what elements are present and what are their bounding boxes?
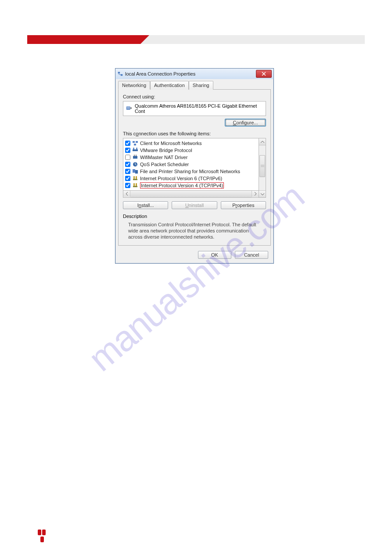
title-text: local Area Connection Properties — [125, 71, 256, 76]
svg-rect-19 — [133, 176, 135, 179]
clients-icon — [132, 140, 138, 146]
svg-rect-14 — [136, 155, 137, 156]
protocol-icon — [132, 182, 138, 189]
svg-rect-18 — [133, 179, 137, 180]
list-item: Internet Protocol Version 6 (TCP/IPv6) — [123, 175, 259, 182]
scroll-thumb[interactable] — [259, 155, 265, 177]
svg-rect-20 — [136, 176, 137, 179]
scroll-right-button[interactable] — [252, 191, 259, 197]
svg-rect-4 — [127, 107, 130, 108]
list-item-selected: Internet Protocol Version 4 (TCP/IPv4) — [123, 182, 259, 189]
item-label: VMware Bridge Protocol — [140, 148, 192, 153]
svg-rect-6 — [133, 141, 135, 143]
close-button[interactable] — [256, 70, 272, 78]
checkbox[interactable] — [125, 141, 130, 146]
chevron-down-icon — [261, 193, 264, 196]
brand-logo-icon — [38, 530, 47, 542]
adapter-box: Qualcomm Atheros AR8161/8165 PCI-E Gigab… — [123, 101, 266, 116]
tab-row: Networking Authentication Sharing — [118, 81, 271, 90]
items-box: Client for Microsoft Networks VMware Bri… — [123, 138, 266, 198]
item-label: QoS Packet Scheduler — [140, 162, 189, 167]
close-icon — [262, 72, 266, 76]
protocol-icon — [132, 175, 138, 181]
list-item: File and Printer Sharing for Microsoft N… — [123, 168, 259, 175]
svg-rect-1 — [121, 74, 122, 76]
description-title: Description — [123, 214, 266, 219]
svg-rect-12 — [133, 156, 137, 159]
vertical-scrollbar[interactable] — [259, 138, 266, 197]
svg-rect-22 — [133, 183, 135, 186]
share-icon — [132, 168, 138, 174]
svg-rect-3 — [130, 107, 132, 109]
configure-button[interactable]: Configure... — [225, 119, 266, 127]
tab-sharing[interactable]: Sharing — [189, 81, 213, 90]
svg-rect-9 — [133, 149, 138, 151]
connect-using-label: Connect using: — [123, 94, 266, 99]
scheduler-icon — [132, 161, 138, 167]
adapter-icon — [126, 105, 132, 112]
scroll-up-button[interactable] — [259, 138, 266, 145]
item-label: File and Printer Sharing for Microsoft N… — [140, 169, 240, 174]
driver-icon — [132, 154, 138, 160]
list-item: VMware Bridge Protocol — [123, 147, 259, 154]
svg-rect-23 — [136, 183, 137, 186]
item-label: WifiMaster NAT Driver — [140, 155, 187, 160]
horizontal-scrollbar[interactable] — [123, 190, 259, 197]
tab-authentication[interactable]: Authentication — [150, 81, 189, 90]
install-button[interactable]: Install... — [123, 201, 168, 209]
chevron-right-icon — [254, 192, 257, 196]
scroll-track[interactable] — [259, 145, 266, 190]
tab-body: Connect using: Qualcomm Atheros AR8161/8… — [118, 89, 271, 246]
scroll-left-button[interactable] — [123, 191, 130, 197]
checkbox[interactable] — [125, 176, 130, 181]
list-item: QoS Packet Scheduler — [123, 161, 259, 168]
description-group: Description Transmission Control Protoco… — [123, 214, 266, 240]
properties-button[interactable]: Properties — [221, 201, 266, 209]
checkbox[interactable] — [125, 148, 130, 153]
dialog-window: local Area Connection Properties Network… — [115, 68, 274, 264]
list-item: WifiMaster NAT Driver — [123, 154, 259, 161]
title-bar[interactable]: local Area Connection Properties — [115, 69, 273, 79]
svg-rect-0 — [118, 72, 120, 74]
item-label: Internet Protocol Version 6 (TCP/IPv6) — [140, 176, 222, 181]
svg-rect-17 — [135, 170, 138, 174]
item-label: Internet Protocol Version 4 (TCP/IPv4) — [140, 182, 224, 189]
checkbox[interactable] — [125, 169, 130, 174]
svg-rect-10 — [133, 148, 134, 149]
svg-rect-7 — [136, 141, 138, 143]
checkbox[interactable] — [125, 183, 130, 188]
svg-rect-8 — [134, 144, 136, 145]
svg-rect-5 — [127, 108, 130, 109]
svg-rect-16 — [133, 169, 135, 173]
ok-button[interactable]: OK — [198, 251, 231, 259]
configure-label: onfigure... — [237, 120, 258, 125]
network-icon — [117, 71, 123, 77]
tab-networking[interactable]: Networking — [118, 81, 150, 90]
list-item: Client for Microsoft Networks — [123, 140, 259, 147]
description-text: Transmission Control Protocol/Internet P… — [123, 220, 266, 240]
items-list[interactable]: Client for Microsoft Networks VMware Bri… — [123, 138, 259, 190]
scroll-down-button[interactable] — [259, 190, 266, 197]
checkbox[interactable] — [125, 155, 130, 160]
header-accent — [27, 35, 140, 44]
chevron-left-icon — [126, 192, 128, 196]
uninstall-button[interactable]: Uninstall — [172, 201, 217, 209]
checkbox[interactable] — [125, 162, 130, 167]
svg-rect-13 — [134, 155, 135, 156]
items-label: This connection uses the following items… — [123, 131, 266, 136]
chevron-up-icon — [261, 141, 264, 143]
svg-rect-11 — [136, 148, 137, 149]
bridge-icon — [132, 147, 138, 153]
cancel-button[interactable]: Cancel — [235, 251, 268, 259]
scroll-track[interactable] — [130, 191, 252, 197]
svg-rect-21 — [133, 186, 137, 187]
item-label: Client for Microsoft Networks — [140, 141, 202, 146]
adapter-name: Qualcomm Atheros AR8161/8165 PCI-E Gigab… — [135, 103, 263, 114]
